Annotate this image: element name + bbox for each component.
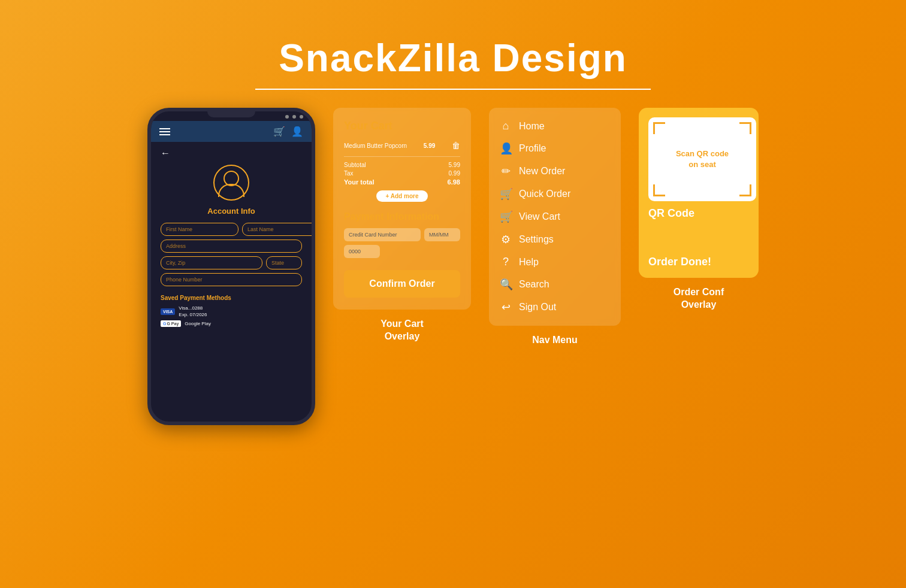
- order-done-label: Order Done!: [648, 256, 749, 268]
- state-input[interactable]: [266, 256, 302, 269]
- account-info-label: Account Info: [161, 207, 302, 216]
- subtotal-label: Subtotal: [344, 162, 366, 168]
- status-dot-3: [300, 115, 303, 119]
- profile-icon: 👤: [500, 142, 512, 155]
- phone-mockup-section: 🛒 👤 ← Account Info: [147, 108, 315, 425]
- qr-code-card: Scan QR codeon seat: [648, 117, 756, 201]
- visa-exp: Exp. 07/2026: [179, 311, 207, 318]
- name-input-row: [161, 223, 302, 236]
- qr-corner-tl: [653, 122, 665, 134]
- visa-badge: VISA: [161, 308, 175, 315]
- nav-label-help: Help: [519, 257, 539, 268]
- nav-item-profile[interactable]: 👤 Profile: [500, 142, 610, 155]
- cvv-input[interactable]: [344, 245, 380, 258]
- phone-body: ← Account Info: [151, 142, 312, 336]
- cc-number-input[interactable]: [344, 228, 421, 241]
- sign-out-icon: ↩: [500, 301, 512, 314]
- payment-info-title: Payment Information: [344, 211, 460, 222]
- saved-payment-section: Saved Payment Methods VISA Visa...0288 E…: [161, 295, 302, 328]
- order-conf-caption: Order ConfOverlay: [674, 286, 724, 311]
- home-icon: ⌂: [500, 120, 512, 132]
- back-arrow-icon[interactable]: ←: [161, 148, 302, 159]
- user-icon-phone[interactable]: 👤: [291, 126, 303, 137]
- city-input[interactable]: [161, 256, 262, 269]
- nav-item-help[interactable]: ? Help: [500, 256, 610, 268]
- phone-row: [161, 273, 302, 286]
- cart-overlay-caption: Your CartOverlay: [380, 318, 424, 343]
- subtotal-row: Subtotal 5.99: [344, 162, 460, 168]
- nav-item-search[interactable]: 🔍 Search: [500, 278, 610, 291]
- mm-input[interactable]: [424, 228, 460, 241]
- phone-number-input[interactable]: [161, 273, 302, 286]
- tax-row: Tax 0.99: [344, 170, 460, 177]
- qr-scan-text: Scan QR codeon seat: [676, 148, 729, 170]
- nav-label-sign-out: Sign Out: [519, 302, 556, 313]
- city-state-row: [161, 256, 302, 269]
- qr-outer-card: Scan QR codeon seat QR Code Order Done!: [639, 108, 759, 278]
- nav-item-view-cart[interactable]: 🛒 View Cart: [500, 210, 610, 223]
- cart-divider: [344, 156, 460, 157]
- address-input[interactable]: [161, 240, 302, 253]
- nav-label-search: Search: [519, 279, 549, 290]
- qr-corner-tr: [739, 122, 751, 134]
- search-icon: 🔍: [500, 278, 512, 291]
- nav-label-home: Home: [519, 121, 545, 132]
- nav-item-sign-out[interactable]: ↩ Sign Out: [500, 301, 610, 314]
- qr-code-label: QR Code: [648, 207, 749, 220]
- status-dot-2: [292, 115, 296, 119]
- page-header: SnackZilla Design: [0, 0, 906, 90]
- confirm-order-button[interactable]: Confirm Order: [344, 270, 460, 298]
- qr-corner-br: [739, 184, 751, 196]
- googlepay-text: Google Play: [185, 320, 211, 327]
- nav-item-new-order[interactable]: ✏ New Order: [500, 165, 610, 178]
- trash-icon[interactable]: 🗑: [452, 141, 460, 150]
- title-divider: [255, 89, 651, 90]
- avatar-container: [161, 165, 302, 201]
- total-value: 6.98: [448, 178, 460, 186]
- nav-menu-caption: Nav Menu: [532, 334, 578, 347]
- main-content: 🛒 👤 ← Account Info: [0, 108, 906, 425]
- nav-item-home[interactable]: ⌂ Home: [500, 120, 610, 132]
- first-name-input[interactable]: [161, 223, 238, 236]
- tax-label: Tax: [344, 170, 354, 177]
- phone-header: 🛒 👤: [151, 121, 312, 142]
- status-dot-1: [285, 115, 289, 119]
- total-label: Your total: [344, 178, 375, 186]
- page-title: SnackZilla Design: [0, 36, 906, 80]
- tax-value: 0.99: [449, 170, 460, 177]
- last-name-input[interactable]: [242, 223, 315, 236]
- help-icon: ?: [500, 256, 512, 268]
- nav-label-quick-order: Quick Order: [519, 189, 570, 199]
- nav-label-settings: Settings: [519, 234, 554, 245]
- gpay-label: G Pay: [167, 322, 179, 326]
- header-icons: 🛒 👤: [273, 126, 303, 137]
- cart-item-price: 5.99: [424, 143, 435, 149]
- visa-details: Visa...0288 Exp. 07/2026: [179, 305, 207, 318]
- address-row: [161, 240, 302, 253]
- nav-label-profile: Profile: [519, 143, 546, 154]
- cart-icon-phone[interactable]: 🛒: [273, 126, 285, 137]
- visa-number: Visa...0288: [179, 305, 207, 311]
- cart-title: Your Cart: [344, 120, 460, 132]
- nav-menu-card: ⌂ Home 👤 Profile ✏ New Order 🛒 Quick Ord…: [489, 108, 621, 326]
- visa-payment-item: VISA Visa...0288 Exp. 07/2026: [161, 305, 302, 318]
- nav-item-quick-order[interactable]: 🛒 Quick Order: [500, 187, 610, 201]
- gpay-payment-item: G G Pay Google Play: [161, 320, 302, 327]
- subtotal-value: 5.99: [449, 162, 460, 168]
- qr-corner-bl: [653, 184, 665, 196]
- phone-frame: 🛒 👤 ← Account Info: [147, 108, 315, 425]
- saved-payment-title: Saved Payment Methods: [161, 295, 302, 301]
- gpay-badge: G G Pay: [161, 320, 181, 327]
- nav-label-new-order: New Order: [519, 166, 565, 177]
- avatar-icon: [213, 165, 249, 201]
- gpay-g: G: [163, 322, 166, 326]
- cart-overlay-card: Your Cart Medium Butter Popcorn 5.99 🗑 S…: [333, 108, 471, 310]
- nav-item-settings[interactable]: ⚙ Settings: [500, 233, 610, 246]
- order-conf-section: Scan QR codeon seat QR Code Order Done! …: [639, 108, 759, 311]
- hamburger-icon[interactable]: [159, 128, 170, 135]
- cart-overlay-section: Your Cart Medium Butter Popcorn 5.99 🗑 S…: [333, 108, 471, 343]
- add-more-button[interactable]: + Add more: [376, 190, 428, 202]
- quick-order-icon: 🛒: [500, 187, 512, 201]
- cvv-row: [344, 245, 460, 258]
- cart-item-name: Medium Butter Popcorn: [344, 143, 407, 149]
